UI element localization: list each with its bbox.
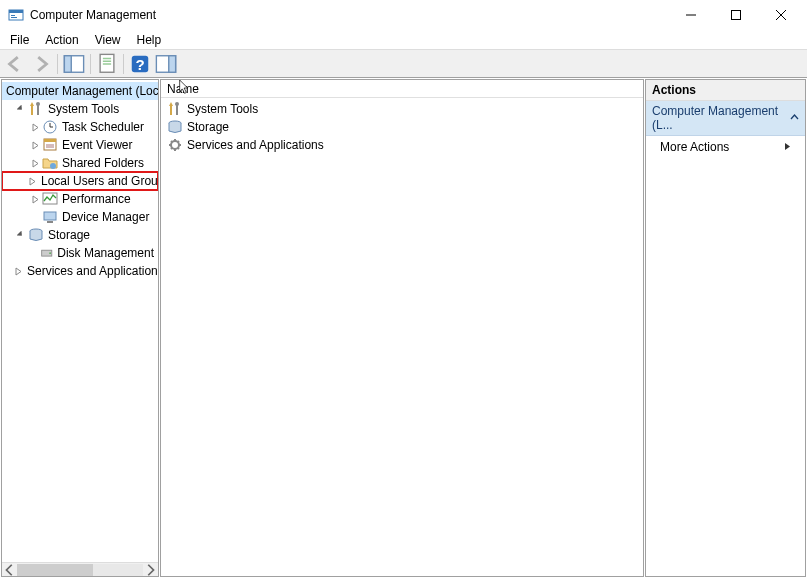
device-manager-icon — [42, 209, 58, 225]
svg-rect-24 — [44, 139, 56, 142]
scroll-left-button[interactable] — [3, 564, 17, 576]
performance-icon — [42, 191, 58, 207]
window-title: Computer Management — [30, 8, 668, 22]
tree-node-label: Performance — [62, 192, 131, 206]
tree-node-shared-folders[interactable]: Shared Folders — [2, 154, 158, 172]
titlebar: Computer Management — [0, 0, 807, 30]
expander-icon[interactable] — [28, 159, 42, 168]
svg-rect-2 — [11, 15, 15, 16]
actions-section[interactable]: Computer Management (L... — [646, 101, 805, 136]
expander-icon[interactable] — [14, 231, 28, 240]
toolbar: ? — [0, 50, 807, 78]
tree-node-label: Computer Management (Local — [6, 84, 158, 98]
expander-icon[interactable] — [14, 267, 23, 276]
back-button[interactable] — [3, 52, 27, 76]
svg-rect-3 — [11, 17, 17, 18]
tree-node-label: Device Manager — [62, 210, 149, 224]
shared-folders-icon — [42, 155, 58, 171]
actions-item-label: More Actions — [660, 140, 729, 154]
close-button[interactable] — [758, 1, 803, 29]
column-header-name[interactable]: Name — [161, 80, 205, 97]
show-hide-tree-button[interactable] — [62, 52, 86, 76]
scroll-track[interactable] — [17, 564, 143, 576]
menu-file[interactable]: File — [2, 31, 37, 49]
menu-action[interactable]: Action — [37, 31, 86, 49]
svg-point-19 — [36, 102, 40, 106]
tree-node-event-viewer[interactable]: Event Viewer — [2, 136, 158, 154]
tree-node-storage[interactable]: Storage — [2, 226, 158, 244]
svg-rect-37 — [170, 106, 172, 115]
tree-node-label: Disk Management — [57, 246, 154, 260]
svg-rect-9 — [64, 55, 71, 72]
list-item[interactable]: Storage — [165, 118, 639, 136]
actions-pane: Actions Computer Management (L... More A… — [645, 79, 806, 577]
forward-button[interactable] — [29, 52, 53, 76]
nav-tree[interactable]: Computer Management (Local System Tools … — [2, 80, 158, 282]
event-viewer-icon — [42, 137, 58, 153]
svg-rect-5 — [731, 11, 740, 20]
storage-icon — [28, 227, 44, 243]
tree-node-device-manager[interactable]: Device Manager — [2, 208, 158, 226]
tree-node-system-tools[interactable]: System Tools — [2, 100, 158, 118]
expander-icon[interactable] — [14, 105, 28, 114]
svg-point-35 — [49, 253, 51, 255]
actions-pane-header: Actions — [646, 80, 805, 101]
menu-help[interactable]: Help — [129, 31, 170, 49]
storage-icon — [167, 119, 183, 135]
expander-icon[interactable] — [28, 177, 37, 186]
disk-management-icon — [40, 245, 53, 261]
svg-text:?: ? — [135, 55, 144, 72]
expander-icon[interactable] — [28, 141, 42, 150]
list-item-label: Services and Applications — [187, 138, 324, 152]
expander-icon[interactable] — [28, 195, 42, 204]
app-icon — [8, 7, 24, 23]
help-button[interactable]: ? — [128, 52, 152, 76]
tree-node-label: Task Scheduler — [62, 120, 144, 134]
tree-node-local-users-groups[interactable]: Local Users and Groups — [2, 172, 158, 190]
tree-node-label: Shared Folders — [62, 156, 144, 170]
list-item[interactable]: Services and Applications — [165, 136, 639, 154]
tree-node-performance[interactable]: Performance — [2, 190, 158, 208]
svg-point-27 — [50, 163, 56, 169]
tree-node-label: Services and Applications — [27, 264, 158, 278]
svg-rect-31 — [44, 212, 56, 220]
system-tools-icon — [28, 101, 44, 117]
tree-node-label: Storage — [48, 228, 90, 242]
minimize-button[interactable] — [668, 1, 713, 29]
svg-point-39 — [175, 102, 179, 106]
list-item[interactable]: System Tools — [165, 100, 639, 118]
list-item-label: Storage — [187, 120, 229, 134]
menubar: File Action View Help — [0, 30, 807, 50]
svg-rect-14 — [169, 55, 176, 72]
maximize-button[interactable] — [713, 1, 758, 29]
toolbar-separator — [57, 54, 58, 74]
svg-rect-1 — [9, 10, 23, 13]
main-area: Computer Management (Local System Tools … — [0, 78, 807, 578]
tree-node-task-scheduler[interactable]: Task Scheduler — [2, 118, 158, 136]
task-scheduler-icon — [42, 119, 58, 135]
collapse-icon[interactable] — [790, 111, 799, 125]
services-apps-icon — [167, 137, 183, 153]
scroll-thumb[interactable] — [17, 564, 93, 576]
actions-more-actions[interactable]: More Actions — [646, 136, 805, 158]
tree-node-computer-management[interactable]: Computer Management (Local — [2, 82, 158, 100]
actions-section-label: Computer Management (L... — [652, 104, 790, 132]
scroll-right-button[interactable] — [143, 564, 157, 576]
properties-button[interactable] — [95, 52, 119, 76]
content-pane: Name System Tools Storage Services and A… — [160, 79, 644, 577]
expander-icon[interactable] — [28, 123, 42, 132]
svg-rect-17 — [31, 106, 33, 115]
tree-node-disk-management[interactable]: Disk Management — [2, 244, 158, 262]
show-hide-action-pane-button[interactable] — [154, 52, 178, 76]
submenu-arrow-icon — [784, 140, 791, 154]
tree-node-services-apps[interactable]: Services and Applications — [2, 262, 158, 280]
system-tools-icon — [167, 101, 183, 117]
content-list[interactable]: System Tools Storage Services and Applic… — [161, 98, 643, 576]
content-header: Name — [161, 80, 643, 98]
tree-node-label: System Tools — [48, 102, 119, 116]
toolbar-separator — [123, 54, 124, 74]
menu-view[interactable]: View — [87, 31, 129, 49]
tree-horizontal-scrollbar[interactable] — [2, 562, 158, 576]
svg-rect-32 — [47, 221, 53, 223]
tree-pane: Computer Management (Local System Tools … — [1, 79, 159, 577]
